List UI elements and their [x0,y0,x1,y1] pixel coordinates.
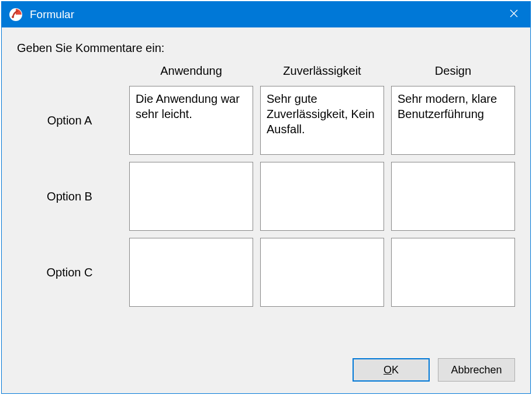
comment-input[interactable] [129,238,253,307]
close-icon [510,9,518,20]
column-header: Zuverlässigkeit [260,64,384,79]
column-header: Design [391,64,515,79]
dialog-content: Geben Sie Kommentare ein: Anwendung Zuve… [2,27,530,393]
ok-label-rest: K [392,364,399,376]
comment-input[interactable] [260,238,384,307]
titlebar: Formular [2,2,530,27]
comment-input[interactable] [391,86,515,155]
window-title: Formular [30,8,498,21]
button-row: OK Abbrechen [17,348,515,382]
close-button[interactable] [498,2,530,27]
row-label: Option B [17,162,122,231]
comment-input[interactable] [129,162,253,231]
ok-button[interactable]: OK [353,358,430,382]
comments-grid: Anwendung Zuverlässigkeit Design Option … [17,64,515,307]
app-icon [9,8,23,22]
comment-input[interactable] [129,86,253,155]
prompt-label: Geben Sie Kommentare ein: [17,41,515,55]
row-label: Option A [17,86,122,155]
comment-input[interactable] [391,162,515,231]
column-header: Anwendung [129,64,253,79]
svg-point-1 [12,16,14,18]
comment-input[interactable] [260,162,384,231]
dialog-window: Formular Geben Sie Kommentare ein: Anwen… [1,1,531,394]
comment-input[interactable] [391,238,515,307]
row-label: Option C [17,238,122,307]
cancel-button[interactable]: Abbrechen [438,358,515,382]
comment-input[interactable] [260,86,384,155]
